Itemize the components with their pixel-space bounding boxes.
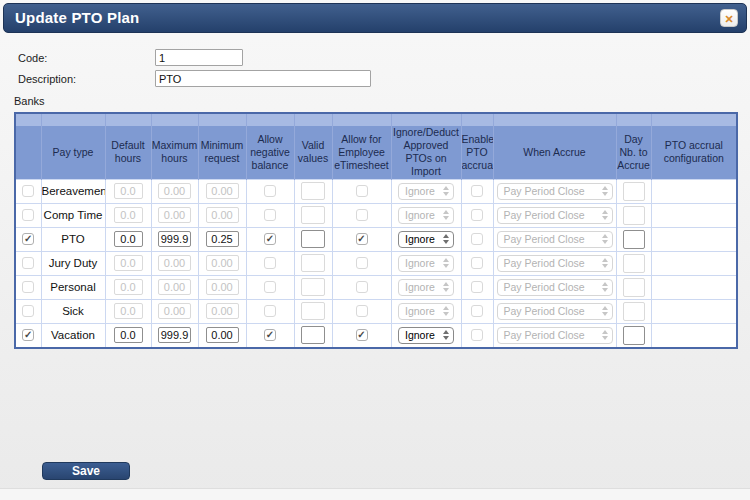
import-option-select[interactable]: Ignore xyxy=(398,255,454,272)
minimum-request-input[interactable] xyxy=(206,231,239,247)
enable-pto-accrual-checkbox[interactable] xyxy=(471,329,483,341)
default-hours-input[interactable] xyxy=(114,327,143,343)
day-nb-cell xyxy=(616,299,651,323)
allow-negative-balance-checkbox[interactable] xyxy=(264,209,276,221)
valid-values-input[interactable] xyxy=(301,206,325,224)
allow-negative-balance-checkbox[interactable] xyxy=(264,305,276,317)
import-option-select[interactable]: Ignore xyxy=(398,231,454,248)
maximum-hours-cell xyxy=(151,227,198,251)
import-option-cell: Ignore xyxy=(391,203,461,227)
maximum-hours-input[interactable] xyxy=(158,303,191,319)
select-arrows-icon xyxy=(602,186,608,196)
allow-negative-balance-checkbox[interactable] xyxy=(264,329,276,341)
allow-etimesheet-checkbox[interactable] xyxy=(356,257,368,269)
default-hours-input[interactable] xyxy=(114,255,143,271)
dialog-titlebar: Update PTO Plan ✕ xyxy=(3,3,747,33)
when-accrue-select[interactable]: Pay Period Close xyxy=(497,303,613,320)
header-strip-cell xyxy=(493,113,616,126)
minimum-request-input[interactable] xyxy=(206,255,239,271)
footer-strip xyxy=(0,488,750,500)
valid-values-input[interactable] xyxy=(301,302,325,320)
valid-values-input[interactable] xyxy=(301,182,325,200)
maximum-hours-input[interactable] xyxy=(158,231,191,247)
maximum-hours-input[interactable] xyxy=(158,279,191,295)
day-nb-to-accrue-input[interactable] xyxy=(623,278,645,297)
allow-etimesheet-checkbox[interactable] xyxy=(356,209,368,221)
banks-section-label: Banks xyxy=(14,95,45,107)
day-nb-to-accrue-input[interactable] xyxy=(623,254,645,273)
valid-values-input[interactable] xyxy=(301,254,325,272)
maximum-hours-input[interactable] xyxy=(158,183,191,199)
maximum-hours-input[interactable] xyxy=(158,327,191,343)
import-option-select[interactable]: Ignore xyxy=(398,183,454,200)
minimum-request-input[interactable] xyxy=(206,183,239,199)
allow-etimesheet-checkbox[interactable] xyxy=(356,281,368,293)
bank-enabled-cell xyxy=(15,323,41,348)
enable-pto-accrual-checkbox[interactable] xyxy=(471,209,483,221)
day-nb-to-accrue-input[interactable] xyxy=(623,230,645,249)
allow-negative-balance-checkbox[interactable] xyxy=(264,281,276,293)
default-hours-cell xyxy=(105,323,151,348)
when-accrue-select[interactable]: Pay Period Close xyxy=(497,327,613,344)
enable-pto-accrual-checkbox[interactable] xyxy=(471,233,483,245)
bank-enabled-checkbox[interactable] xyxy=(22,233,34,245)
valid-values-input[interactable] xyxy=(301,230,325,248)
when-accrue-select[interactable]: Pay Period Close xyxy=(497,255,613,272)
minimum-request-input[interactable] xyxy=(206,279,239,295)
enable-pto-accrual-checkbox[interactable] xyxy=(471,305,483,317)
allow-negative-balance-checkbox[interactable] xyxy=(264,233,276,245)
default-hours-input[interactable] xyxy=(114,207,143,223)
description-input[interactable] xyxy=(155,70,371,87)
enable-pto-accrual-checkbox[interactable] xyxy=(471,185,483,197)
bank-enabled-checkbox[interactable] xyxy=(22,305,34,317)
minimum-request-cell xyxy=(198,179,246,203)
minimum-request-input[interactable] xyxy=(206,327,239,343)
save-button[interactable]: Save xyxy=(42,462,130,480)
when-accrue-select[interactable]: Pay Period Close xyxy=(497,207,613,224)
when-accrue-select[interactable]: Pay Period Close xyxy=(497,231,613,248)
allow-etimesheet-checkbox[interactable] xyxy=(356,305,368,317)
import-option-select[interactable]: Ignore xyxy=(398,327,454,344)
maximum-hours-cell xyxy=(151,251,198,275)
bank-enabled-checkbox[interactable] xyxy=(22,329,34,341)
allow-etimesheet-checkbox[interactable] xyxy=(356,329,368,341)
import-option-select[interactable]: Ignore xyxy=(398,207,454,224)
default-hours-input[interactable] xyxy=(114,183,143,199)
bank-enabled-checkbox[interactable] xyxy=(22,185,34,197)
select-arrows-icon xyxy=(602,210,608,220)
default-hours-input[interactable] xyxy=(114,231,143,247)
valid-values-input[interactable] xyxy=(301,278,325,296)
maximum-hours-input[interactable] xyxy=(158,207,191,223)
enable-pto-accrual-checkbox[interactable] xyxy=(471,281,483,293)
import-option-select[interactable]: Ignore xyxy=(398,303,454,320)
minimum-request-input[interactable] xyxy=(206,207,239,223)
day-nb-to-accrue-input[interactable] xyxy=(623,326,645,345)
valid-values-input[interactable] xyxy=(301,326,325,344)
import-option-select-value: Ignore xyxy=(405,305,435,317)
allow-etimesheet-checkbox[interactable] xyxy=(356,233,368,245)
import-option-select[interactable]: Ignore xyxy=(398,279,454,296)
maximum-hours-cell xyxy=(151,203,198,227)
maximum-hours-input[interactable] xyxy=(158,255,191,271)
column-header-select xyxy=(15,126,41,179)
bank-enabled-checkbox[interactable] xyxy=(22,209,34,221)
minimum-request-input[interactable] xyxy=(206,303,239,319)
bank-enabled-checkbox[interactable] xyxy=(22,281,34,293)
default-hours-input[interactable] xyxy=(114,303,143,319)
allow-negative-balance-checkbox[interactable] xyxy=(264,185,276,197)
day-nb-to-accrue-input[interactable] xyxy=(623,206,645,225)
bank-enabled-checkbox[interactable] xyxy=(22,257,34,269)
allow-negative-balance-checkbox[interactable] xyxy=(264,257,276,269)
close-button[interactable]: ✕ xyxy=(720,9,738,27)
select-arrows-icon xyxy=(443,258,449,268)
when-accrue-select[interactable]: Pay Period Close xyxy=(497,279,613,296)
header-strip-cell xyxy=(15,113,41,126)
when-accrue-select[interactable]: Pay Period Close xyxy=(497,183,613,200)
code-input[interactable] xyxy=(155,49,243,66)
day-nb-to-accrue-input[interactable] xyxy=(623,182,645,201)
default-hours-input[interactable] xyxy=(114,279,143,295)
allow-etimesheet-checkbox[interactable] xyxy=(356,185,368,197)
allow-negative-cell xyxy=(246,179,294,203)
enable-pto-accrual-checkbox[interactable] xyxy=(471,257,483,269)
day-nb-to-accrue-input[interactable] xyxy=(623,302,645,321)
